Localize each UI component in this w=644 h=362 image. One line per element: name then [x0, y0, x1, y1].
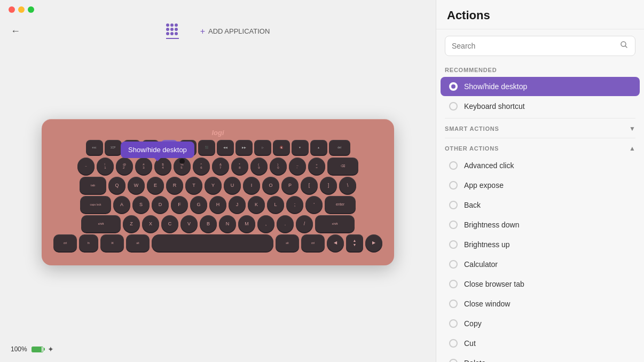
action-back[interactable]: Back — [441, 195, 640, 215]
key-arrow-updown[interactable]: ▲ ▼ — [346, 234, 363, 251]
key-ctrl-left[interactable]: ctrl — [53, 234, 77, 251]
add-application-button[interactable]: + ADD APPLICATION — [200, 27, 270, 36]
action-brightness-down[interactable]: Brightness down — [441, 215, 640, 234]
minimize-button[interactable] — [18, 6, 25, 13]
action-cut[interactable]: Cut — [441, 334, 640, 353]
action-close-browser-tab[interactable]: Close browser tab — [441, 274, 640, 294]
key-e[interactable]: E — [147, 177, 164, 194]
key-slash[interactable]: / — [296, 215, 313, 232]
key-ctrl-right[interactable]: ctrl — [301, 234, 325, 251]
key-cmd-left[interactable]: ⌘ — [100, 234, 124, 251]
key-f9[interactable]: ▷ — [254, 140, 271, 155]
key-backspace[interactable]: ⌫ — [327, 158, 358, 175]
key-h[interactable]: H — [209, 196, 226, 213]
key-1[interactable]: !1 — [97, 158, 114, 175]
key-fn[interactable]: fn — [79, 234, 98, 251]
action-advanced-click[interactable]: Advanced click — [441, 156, 640, 175]
key-f1[interactable]: 1CP — [105, 140, 122, 155]
key-minus[interactable]: _- — [289, 158, 306, 175]
action-app-expose[interactable]: App expose — [441, 176, 640, 195]
key-alt-right[interactable]: alt — [276, 234, 299, 251]
key-f[interactable]: F — [171, 196, 188, 213]
key-q[interactable]: Q — [108, 177, 125, 194]
key-b[interactable]: B — [200, 215, 217, 232]
key-l[interactable]: L — [267, 196, 284, 213]
key-x[interactable]: X — [142, 215, 159, 232]
key-shift-right[interactable]: shift — [315, 215, 355, 232]
key-f11[interactable]: ▼ — [292, 140, 309, 155]
action-close-window[interactable]: Close window — [441, 294, 640, 313]
key-3[interactable]: #3 — [135, 158, 152, 175]
key-m[interactable]: M — [238, 215, 255, 232]
key-rbracket[interactable]: ] — [320, 177, 337, 194]
key-7[interactable]: &7 — [212, 158, 229, 175]
key-enter[interactable]: enter — [325, 196, 356, 213]
action-label-show-hide-desktop: Show/hide desktop — [464, 82, 527, 91]
key-s[interactable]: S — [132, 196, 150, 213]
key-f8[interactable]: ▶▶ — [235, 140, 253, 155]
back-button[interactable]: ← — [11, 26, 20, 37]
key-i[interactable]: I — [243, 177, 260, 194]
key-esc[interactable]: esc — [86, 140, 103, 155]
key-f12[interactable]: ▲ — [310, 140, 327, 155]
close-button[interactable] — [9, 6, 15, 13]
key-t[interactable]: T — [185, 177, 202, 194]
key-z[interactable]: Z — [123, 215, 140, 232]
key-6[interactable]: ^6 — [193, 158, 210, 175]
key-period[interactable]: . — [277, 215, 294, 232]
key-c[interactable]: C — [161, 215, 178, 232]
key-arrow-right[interactable]: ▶ — [365, 234, 382, 251]
smart-actions-section-header[interactable]: SMART ACTIONS ▼ — [436, 121, 644, 136]
key-a[interactable]: A — [113, 196, 130, 213]
key-8[interactable]: *8 — [231, 158, 248, 175]
action-label-calculator: Calculator — [464, 260, 498, 269]
key-f7[interactable]: ◀◀ — [217, 140, 234, 155]
key-semicolon[interactable]: ; — [286, 196, 303, 213]
key-equals[interactable]: += — [308, 158, 325, 175]
key-w[interactable]: W — [128, 177, 145, 194]
key-y[interactable]: Y — [205, 177, 222, 194]
action-keyboard-shortcut[interactable]: Keyboard shortcut — [441, 97, 640, 116]
action-calculator[interactable]: Calculator — [441, 255, 640, 274]
cursor — [179, 159, 185, 164]
key-d[interactable]: D — [152, 196, 169, 213]
key-k[interactable]: K — [248, 196, 265, 213]
search-bar[interactable] — [445, 36, 635, 56]
key-quote[interactable]: ' — [305, 196, 323, 213]
key-n[interactable]: N — [219, 215, 236, 232]
key-alt-left[interactable]: alt — [126, 234, 150, 251]
action-label-keyboard-shortcut: Keyboard shortcut — [464, 102, 525, 111]
key-tab[interactable]: tab — [80, 177, 106, 194]
action-show-hide-desktop[interactable]: Show/hide desktop — [441, 77, 640, 96]
key-shift-left[interactable]: shift — [81, 215, 121, 232]
key-tilde[interactable]: ~ — [77, 158, 95, 175]
key-g[interactable]: G — [190, 196, 207, 213]
key-j[interactable]: J — [229, 196, 246, 213]
search-button[interactable] — [620, 41, 629, 51]
key-2[interactable]: @2 — [116, 158, 133, 175]
other-actions-section-header[interactable]: OTHER ACTIONS ▲ — [436, 140, 644, 155]
key-p[interactable]: P — [281, 177, 299, 194]
key-del[interactable]: del — [329, 140, 350, 155]
key-capslock[interactable]: caps lock — [80, 196, 111, 213]
key-o[interactable]: O — [262, 177, 279, 194]
key-v[interactable]: V — [180, 215, 198, 232]
key-comma[interactable]: , — [257, 215, 274, 232]
fullscreen-button[interactable] — [28, 6, 34, 13]
action-brightness-up[interactable]: Brightness up — [441, 235, 640, 254]
key-f10[interactable]: 🔇 — [273, 140, 290, 155]
battery-percentage: 100% — [11, 345, 27, 353]
key-0[interactable]: )0 — [270, 158, 287, 175]
key-space[interactable] — [152, 234, 273, 251]
key-u[interactable]: U — [224, 177, 241, 194]
search-input[interactable] — [452, 42, 616, 50]
key-lbracket[interactable]: [ — [301, 177, 318, 194]
action-delete[interactable]: Delete — [441, 353, 640, 362]
key-f6[interactable]: ⬛ — [198, 140, 215, 155]
apps-icon[interactable] — [166, 23, 179, 39]
key-9[interactable]: (9 — [250, 158, 268, 175]
key-r[interactable]: R — [166, 177, 183, 194]
action-copy[interactable]: Copy — [441, 314, 640, 333]
key-backslash[interactable]: \ — [339, 177, 356, 194]
key-arrow-left[interactable]: ◀ — [327, 234, 344, 251]
